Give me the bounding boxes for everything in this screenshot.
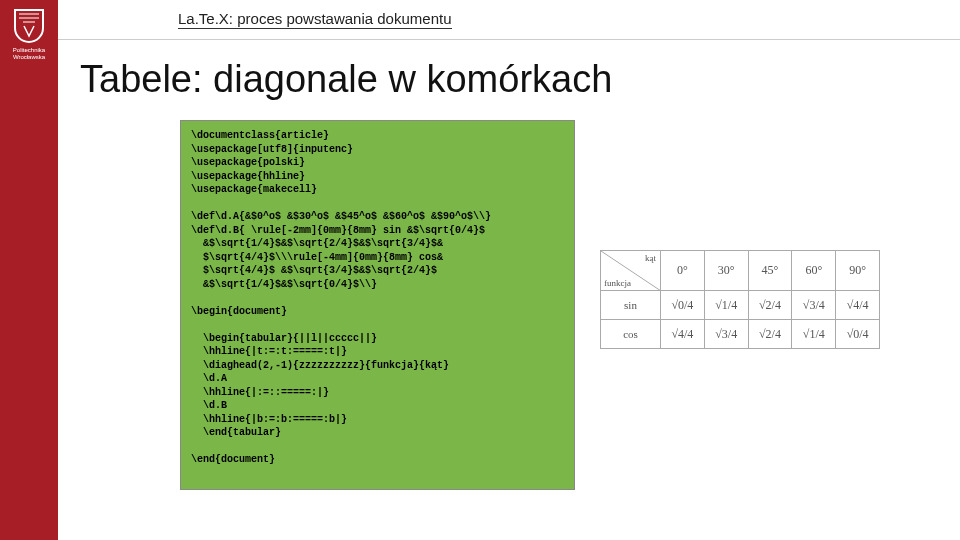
diagonal-header-cell: kąt funkcja [601, 251, 661, 291]
diagonal-table: kąt funkcja 0° 30° 45° 60° 90° sin √0/4 … [600, 250, 880, 349]
col-head-0: 0° [661, 251, 705, 291]
slide-header: La.Te.X: proces powstawania dokumentu [58, 0, 960, 40]
shield-icon [13, 8, 45, 44]
cell-sin-3: √3/4 [792, 291, 836, 320]
university-logo: Politechnika Wrocławska [0, 0, 58, 70]
row-name-sin: sin [601, 291, 661, 320]
cell-cos-0: √4/4 [661, 320, 705, 349]
cell-sin-4: √4/4 [836, 291, 880, 320]
col-head-1: 30° [704, 251, 748, 291]
col-head-3: 60° [792, 251, 836, 291]
cell-cos-1: √3/4 [704, 320, 748, 349]
cell-sin-2: √2/4 [748, 291, 792, 320]
cell-cos-4: √0/4 [836, 320, 880, 349]
row-name-cos: cos [601, 320, 661, 349]
header-title: La.Te.X: proces powstawania dokumentu [178, 10, 452, 29]
diag-row-label: funkcja [604, 278, 631, 288]
university-name: Politechnika Wrocławska [0, 47, 58, 60]
latex-code-block: \documentclass{article} \usepackage[utf8… [180, 120, 575, 490]
cell-sin-0: √0/4 [661, 291, 705, 320]
col-head-2: 45° [748, 251, 792, 291]
cell-cos-3: √1/4 [792, 320, 836, 349]
col-head-4: 90° [836, 251, 880, 291]
left-brand-bar: Politechnika Wrocławska [0, 0, 58, 540]
cell-sin-1: √1/4 [704, 291, 748, 320]
cell-cos-2: √2/4 [748, 320, 792, 349]
diag-col-label: kąt [645, 253, 656, 263]
slide-title: Tabele: diagonale w komórkach [80, 58, 612, 101]
output-table-preview: kąt funkcja 0° 30° 45° 60° 90° sin √0/4 … [600, 250, 880, 349]
